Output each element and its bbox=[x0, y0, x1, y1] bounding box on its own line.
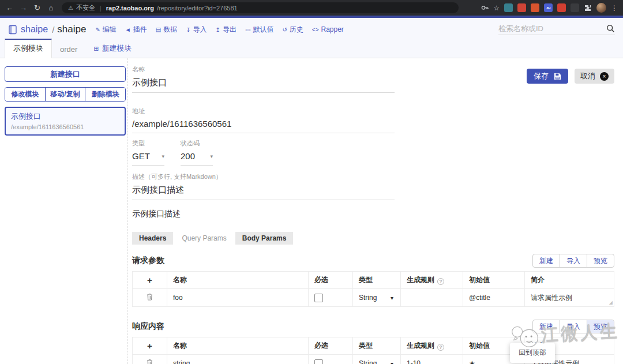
back-icon[interactable]: ← bbox=[5, 4, 14, 12]
tab-example-module[interactable]: 示例模块 bbox=[5, 39, 52, 58]
request-section-header: 请求参数 新建 导入 预览 bbox=[132, 254, 614, 268]
response-section-header: 响应内容 新建 导入 预览 bbox=[132, 320, 614, 333]
extension-red-grid-icon[interactable] bbox=[557, 3, 566, 12]
col-rule: 生成规则? bbox=[401, 272, 463, 289]
method-select[interactable]: GET▾ bbox=[132, 148, 164, 166]
tab-body-params[interactable]: Body Params bbox=[235, 232, 294, 245]
delete-module-button[interactable]: 删除模块 bbox=[85, 88, 125, 101]
home-icon[interactable]: ⌂ bbox=[47, 4, 55, 12]
description-preview: 示例接口描述 bbox=[132, 209, 614, 219]
address-input[interactable]: /example/1611636560561 bbox=[132, 115, 395, 133]
history-icon: ↺ bbox=[282, 27, 287, 33]
search-icon[interactable] bbox=[606, 24, 615, 33]
param-intro[interactable]: 请求属性示例◢ bbox=[525, 289, 614, 307]
param-rule[interactable] bbox=[401, 289, 463, 307]
chevron-down-icon: ▾ bbox=[391, 361, 393, 364]
help-icon[interactable]: ? bbox=[437, 344, 444, 351]
param-location-tabs: Headers Query Params Body Params bbox=[132, 232, 614, 245]
new-interface-button[interactable]: 新建接口 bbox=[5, 66, 126, 82]
request-import-button[interactable]: 导入 bbox=[560, 254, 587, 267]
rapper-action[interactable]: <>Rapper bbox=[312, 25, 344, 33]
address-label: 地址 bbox=[132, 107, 395, 115]
type-value: String bbox=[359, 294, 377, 302]
browser-chrome: ← → ↻ ⌂ ⚠ 不安全 | rap2.taobao.org/reposito… bbox=[0, 0, 623, 16]
forward-icon[interactable]: → bbox=[19, 4, 28, 12]
extension-jh-icon[interactable]: JH bbox=[544, 3, 553, 12]
modify-module-button[interactable]: 修改模块 bbox=[5, 88, 45, 101]
trash-icon[interactable] bbox=[147, 293, 153, 301]
type-select[interactable]: String▾ bbox=[359, 359, 395, 364]
status-select[interactable]: 200▾ bbox=[181, 148, 213, 166]
browser-menu-icon[interactable]: ⋮ bbox=[611, 4, 618, 12]
plug-icon: ◄ bbox=[125, 27, 131, 33]
help-icon[interactable]: ? bbox=[437, 278, 444, 285]
response-actions-group: 新建 导入 预览 bbox=[532, 320, 614, 333]
response-new-button[interactable]: 新建 bbox=[533, 320, 560, 333]
move-copy-button[interactable]: 移动/复制 bbox=[45, 88, 85, 101]
required-checkbox[interactable] bbox=[314, 359, 323, 364]
col-required: 必选 bbox=[309, 272, 353, 289]
description-input[interactable]: 示例接口描述 bbox=[132, 181, 395, 200]
history-action[interactable]: ↺历史 bbox=[282, 25, 303, 35]
key-icon[interactable] bbox=[481, 4, 489, 12]
extension-orange-cube-icon[interactable] bbox=[531, 3, 539, 12]
import-label: 导入 bbox=[193, 25, 207, 35]
add-row-icon[interactable]: + bbox=[147, 341, 152, 351]
reload-icon[interactable]: ↻ bbox=[33, 4, 42, 12]
edit-action[interactable]: ✎编辑 bbox=[95, 25, 116, 35]
param-rule[interactable]: 1-10 bbox=[401, 355, 463, 364]
request-preview-button[interactable]: 预览 bbox=[587, 254, 614, 267]
tab-order-module[interactable]: order bbox=[52, 42, 85, 58]
resize-handle-icon[interactable]: ◢ bbox=[609, 300, 613, 305]
description-label: 描述（可多行, 支持Markdown） bbox=[132, 172, 395, 181]
extension-dark-frame-icon[interactable] bbox=[571, 3, 579, 12]
type-select[interactable]: String▾ bbox=[359, 294, 395, 302]
default-values-action[interactable]: ▭默认值 bbox=[245, 25, 273, 35]
export-icon: ↥ bbox=[216, 27, 220, 33]
description-field: 描述（可多行, 支持Markdown） 示例接口描述 bbox=[132, 172, 395, 200]
name-input[interactable]: 示例接口 bbox=[132, 74, 395, 93]
cancel-button[interactable]: 取消 × bbox=[575, 69, 614, 84]
param-initial[interactable]: @ctitle bbox=[463, 289, 525, 307]
editor-content: 保存 取消 × 名称 示例接口 地址 /example/161163656056… bbox=[128, 58, 623, 364]
address-bar[interactable]: ⚠ 不安全 | rap2.taobao.org/repository/edito… bbox=[62, 2, 459, 13]
export-label: 导出 bbox=[223, 25, 237, 35]
col-required: 必选 bbox=[309, 337, 353, 355]
data-action[interactable]: ▤数据 bbox=[156, 25, 177, 35]
tab-new-module[interactable]: ⊞新建模块 bbox=[85, 40, 140, 58]
trash-icon[interactable] bbox=[147, 359, 153, 364]
export-action[interactable]: ↥导出 bbox=[216, 25, 237, 35]
response-import-button[interactable]: 导入 bbox=[560, 320, 587, 333]
name-field: 名称 示例接口 bbox=[132, 65, 395, 93]
security-label[interactable]: 不安全 bbox=[76, 3, 95, 12]
tab-headers[interactable]: Headers bbox=[132, 232, 173, 245]
search-input[interactable] bbox=[498, 24, 606, 33]
import-action[interactable]: ↧导入 bbox=[186, 25, 207, 35]
interface-name: 示例接口 bbox=[11, 111, 119, 122]
status-value: 200 bbox=[181, 151, 195, 161]
back-to-top-button[interactable]: 回到顶部 bbox=[510, 343, 555, 363]
response-preview-button[interactable]: 预览 bbox=[587, 320, 614, 333]
plugin-action[interactable]: ◄插件 bbox=[125, 25, 147, 35]
add-row-icon[interactable]: + bbox=[147, 275, 152, 285]
param-name[interactable]: foo bbox=[167, 289, 309, 307]
col-type: 类型 bbox=[353, 337, 401, 355]
interface-list-item-selected[interactable]: 示例接口 /example/1611636560561 bbox=[5, 107, 126, 136]
profile-avatar[interactable] bbox=[596, 3, 606, 13]
request-new-button[interactable]: 新建 bbox=[533, 254, 560, 267]
tab-query-params[interactable]: Query Params bbox=[175, 232, 233, 245]
save-button[interactable]: 保存 bbox=[527, 69, 568, 84]
org-link[interactable]: shaipe bbox=[21, 24, 48, 35]
extensions-puzzle-icon[interactable] bbox=[584, 4, 592, 12]
chevron-down-icon: ▾ bbox=[210, 153, 213, 159]
param-name[interactable]: string bbox=[167, 355, 309, 364]
response-title: 响应内容 bbox=[132, 321, 164, 332]
extension-red-doc-icon[interactable] bbox=[517, 3, 526, 12]
breadcrumb-separator: / bbox=[52, 25, 54, 35]
table-header-row: + 名称 必选 类型 生成规则? 初始值 简介 bbox=[133, 272, 614, 289]
bookmark-star-icon[interactable]: ☆ bbox=[493, 4, 500, 12]
col-rule-label: 生成规则 bbox=[407, 342, 434, 350]
extension-teal-icon[interactable] bbox=[504, 3, 513, 12]
module-actions-group: 修改模块 移动/复制 删除模块 bbox=[5, 87, 126, 102]
required-checkbox[interactable] bbox=[314, 294, 323, 302]
